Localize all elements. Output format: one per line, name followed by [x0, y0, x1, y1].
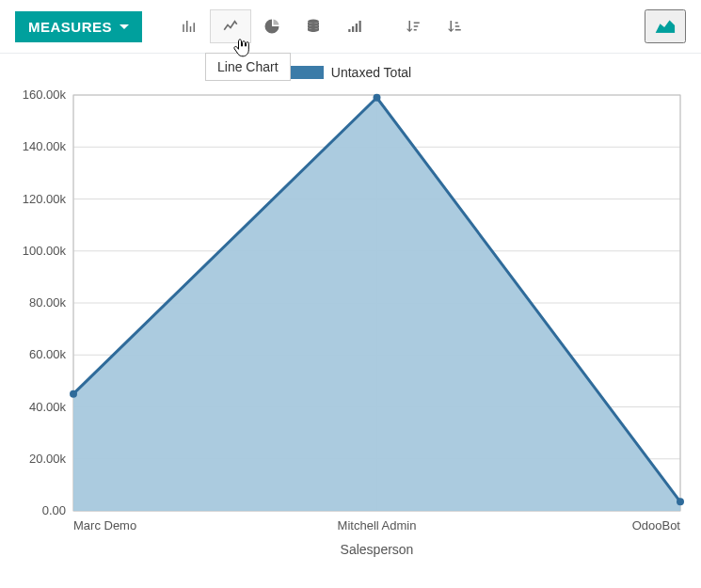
- legend-swatch: [290, 66, 324, 79]
- tooltip-text: Line Chart: [217, 59, 279, 74]
- stacked-chart-button[interactable]: [293, 9, 334, 43]
- measures-button[interactable]: MEASURES: [15, 11, 142, 42]
- area-chart-button[interactable]: [645, 9, 686, 43]
- svg-text:40.00k: 40.00k: [29, 400, 67, 414]
- signal-icon: [346, 18, 363, 35]
- svg-text:140.00k: 140.00k: [23, 139, 67, 153]
- svg-text:20.00k: 20.00k: [29, 452, 67, 466]
- svg-text:100.00k: 100.00k: [23, 244, 67, 258]
- bar-chart-icon: [181, 18, 198, 35]
- svg-point-24: [374, 94, 381, 102]
- svg-text:Marc Demo: Marc Demo: [73, 518, 136, 532]
- legend: Untaxed Total: [0, 54, 701, 86]
- area-chart-icon: [655, 18, 676, 35]
- sort-desc-icon: [405, 18, 422, 35]
- measures-label: MEASURES: [28, 19, 112, 35]
- svg-text:80.00k: 80.00k: [29, 295, 67, 310]
- chart-svg: 0.0020.00k40.00k60.00k80.00k100.00k120.0…: [0, 86, 701, 565]
- chart-type-group: [168, 9, 375, 43]
- toolbar: MEASURES Line Chart: [0, 0, 701, 54]
- svg-text:0.00: 0.00: [42, 503, 66, 517]
- pie-chart-icon: [263, 18, 280, 35]
- svg-text:60.00k: 60.00k: [29, 347, 67, 361]
- svg-point-0: [308, 20, 319, 24]
- svg-text:Salesperson: Salesperson: [341, 542, 414, 557]
- tooltip: Line Chart: [205, 53, 291, 81]
- sort-group: [392, 9, 475, 43]
- svg-text:120.00k: 120.00k: [23, 192, 67, 206]
- svg-text:160.00k: 160.00k: [23, 87, 67, 102]
- grouped-chart-button[interactable]: [334, 9, 375, 43]
- svg-text:Mitchell Admin: Mitchell Admin: [338, 518, 417, 532]
- chart: 0.0020.00k40.00k60.00k80.00k100.00k120.0…: [0, 86, 701, 565]
- sort-desc-button[interactable]: [392, 9, 434, 43]
- legend-label: Untaxed Total: [331, 65, 411, 80]
- pie-chart-button[interactable]: [251, 9, 293, 43]
- caret-down-icon: [119, 24, 129, 29]
- sort-asc-button[interactable]: [434, 9, 475, 43]
- line-chart-button[interactable]: [210, 9, 251, 43]
- svg-point-25: [677, 498, 684, 505]
- svg-point-23: [70, 390, 77, 398]
- svg-text:OdooBot: OdooBot: [632, 518, 681, 532]
- bar-chart-button[interactable]: [168, 9, 210, 43]
- line-chart-icon: [222, 18, 239, 35]
- database-icon: [305, 18, 322, 35]
- sort-asc-icon: [446, 18, 463, 35]
